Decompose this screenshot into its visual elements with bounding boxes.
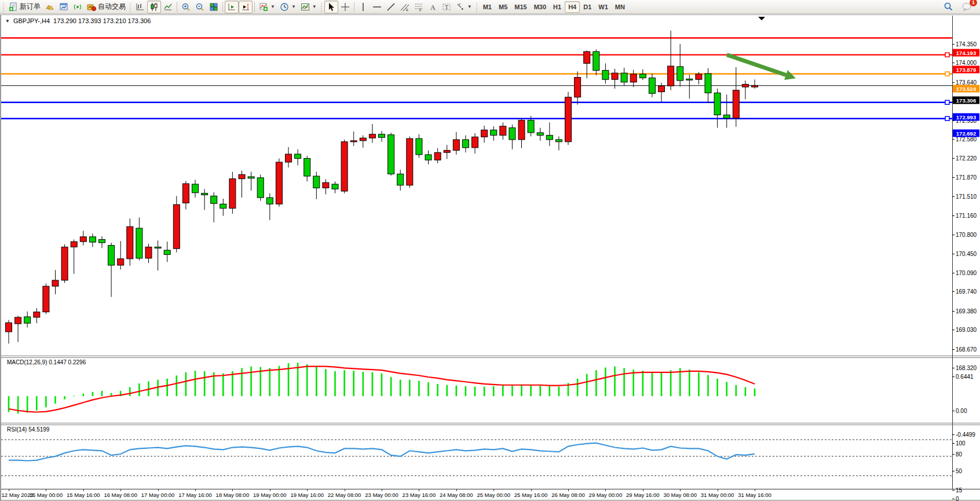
trendline-button[interactable] xyxy=(384,1,398,13)
tab-m15[interactable]: M15 xyxy=(511,1,530,13)
tile-windows-icon xyxy=(209,2,218,12)
candle-up xyxy=(127,226,133,259)
price-tick xyxy=(952,273,955,273)
candle-up xyxy=(229,179,236,209)
text-button[interactable]: A xyxy=(426,1,440,13)
candlestick-mode-button[interactable] xyxy=(147,1,161,13)
rsi-tick xyxy=(952,454,955,455)
shapes-button[interactable]: ▼ xyxy=(454,1,474,13)
autotrading-label: 自动交易 xyxy=(98,2,126,12)
new-order-label: 新订单 xyxy=(20,2,41,12)
vertical-line-button[interactable] xyxy=(356,1,370,13)
time-tick xyxy=(531,489,532,491)
candle-up xyxy=(733,90,739,118)
time-tick xyxy=(270,489,270,491)
tile-windows-button[interactable] xyxy=(207,1,221,13)
bar-chart-mode-button[interactable] xyxy=(133,1,147,13)
periods-button[interactable]: ▼ xyxy=(277,1,298,13)
time-axis-label: 30 May 08:00 xyxy=(663,492,697,498)
indicators-button[interactable]: ▼ xyxy=(257,1,277,13)
tab-h1[interactable]: H1 xyxy=(550,1,565,13)
shapes-icon xyxy=(456,2,465,12)
price-level-badge: 172.993 xyxy=(953,113,979,120)
candle-down xyxy=(89,237,96,242)
rsi-axis-label: 100 xyxy=(956,440,966,447)
horizontal-line-button[interactable] xyxy=(370,1,384,13)
tab-d1[interactable]: D1 xyxy=(580,1,595,13)
price-tick xyxy=(952,330,955,330)
auto-scroll-button[interactable] xyxy=(225,1,239,13)
candle-down xyxy=(555,140,562,142)
time-tick xyxy=(718,489,718,491)
chart-shift-button[interactable] xyxy=(239,1,253,13)
candle-down xyxy=(257,178,264,198)
candle-down xyxy=(388,135,394,174)
channel-button[interactable]: E xyxy=(398,1,412,13)
time-tick xyxy=(83,489,84,491)
candle-up xyxy=(481,130,488,137)
tab-h4[interactable]: H4 xyxy=(565,1,580,13)
macd-axis-label: 0.00 xyxy=(956,408,967,414)
price-level-badge: 173.524 xyxy=(953,85,979,92)
price-tick xyxy=(952,44,955,45)
candle-up xyxy=(360,138,366,141)
crosshair-button[interactable] xyxy=(338,1,352,13)
candle-down xyxy=(509,128,515,140)
line-chart-mode-button[interactable] xyxy=(161,1,175,13)
candle-up xyxy=(500,126,506,136)
zoom-out-icon xyxy=(195,2,204,12)
candle-up xyxy=(173,204,180,248)
fibonacci-button[interactable]: F xyxy=(412,1,426,13)
candle-down xyxy=(313,176,320,188)
macd-plot[interactable] xyxy=(1,358,952,423)
autotrading-button[interactable]: 自动交易 xyxy=(85,1,128,13)
tab-w1[interactable]: W1 xyxy=(595,1,612,13)
time-axis[interactable]: 12 May 202315 May 00:0015 May 16:0016 Ma… xyxy=(1,489,980,500)
price-level-badge: 173.879 xyxy=(953,65,979,73)
candle-up xyxy=(472,137,478,148)
zoom-in-button[interactable] xyxy=(179,1,193,13)
price-tick-label: 171.510 xyxy=(956,193,977,200)
candle-up xyxy=(612,73,618,79)
candle-up xyxy=(6,323,12,332)
data-window-button[interactable] xyxy=(57,1,71,13)
main-chart-plot[interactable] xyxy=(1,15,952,356)
candle-down xyxy=(593,52,599,70)
candle-up xyxy=(407,138,413,185)
price-tick-label: 170.450 xyxy=(956,250,977,257)
candle-down xyxy=(723,115,730,118)
market-watch-button[interactable] xyxy=(43,1,57,13)
candle-up xyxy=(52,280,58,286)
price-tick xyxy=(952,215,955,216)
new-order-button[interactable]: 新订单 xyxy=(6,1,43,13)
candle-down xyxy=(649,78,655,93)
text-label-button[interactable]: T xyxy=(440,1,454,13)
tab-m1[interactable]: M1 xyxy=(480,1,495,13)
time-axis-label: 17 May 00:00 xyxy=(141,492,175,498)
line-handle xyxy=(945,72,949,76)
candle-up xyxy=(15,317,21,324)
cursor-button[interactable] xyxy=(324,1,338,13)
tab-mn[interactable]: MN xyxy=(612,1,628,13)
templates-button[interactable]: ▼ xyxy=(298,1,319,13)
rsi-plot[interactable] xyxy=(1,425,952,489)
navigator-button[interactable] xyxy=(71,1,85,13)
data-window-icon xyxy=(59,2,68,12)
zoom-out-button[interactable] xyxy=(193,1,207,13)
time-axis-label: 23 May 16:00 xyxy=(403,492,436,498)
candle-up xyxy=(752,85,758,87)
time-axis-label: 26 May 08:00 xyxy=(551,492,585,498)
line-handle xyxy=(945,116,949,120)
price-tick-label: 169.740 xyxy=(956,288,977,295)
macd-tick xyxy=(952,434,955,435)
candle-up xyxy=(444,151,450,153)
notifications-button[interactable]: 1 xyxy=(959,1,974,13)
price-level-badge: 172.692 xyxy=(953,129,979,137)
candle-down xyxy=(248,177,254,178)
candle-up xyxy=(71,242,77,247)
chart-shift-icon xyxy=(241,2,250,12)
search-button[interactable] xyxy=(941,1,956,13)
tab-m30[interactable]: M30 xyxy=(531,1,550,13)
tab-m5[interactable]: M5 xyxy=(495,1,511,13)
rsi-tick xyxy=(952,471,955,471)
